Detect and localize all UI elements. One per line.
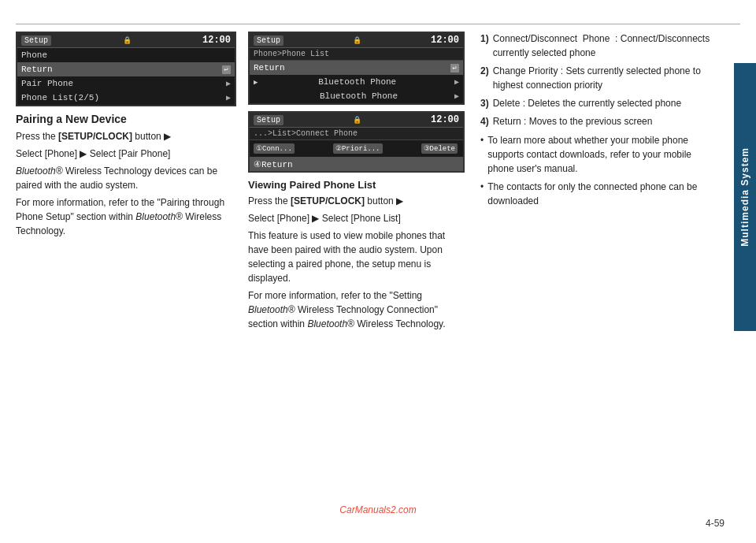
screen3-btn3: ③Delete: [421, 143, 458, 154]
screen2-breadcrumb: Phone>Phone List: [250, 48, 463, 61]
pairing-line2: Select [Phone] ▶ Select [Pair Phone]: [16, 147, 236, 161]
main-content: Setup 🔒 12:00 Phone Return ↩ Pair Phone …: [16, 32, 717, 504]
screen2-clock: 12:00: [431, 35, 459, 46]
bullet-item-2: • The contacts for only the connected ph…: [480, 180, 717, 208]
screen1-mockup: Setup 🔒 12:00 Phone Return ↩ Pair Phone …: [16, 32, 236, 106]
pairing-title: Pairing a New Device: [16, 113, 236, 125]
list-item-3: 3) Delete : Deletes the currently select…: [480, 96, 717, 110]
left-column: Setup 🔒 12:00 Phone Return ↩ Pair Phone …: [16, 32, 236, 241]
list-item-1: 1) Connect/Disconnect Phone : Connect/Di…: [480, 32, 717, 60]
screen3-btn2: ②Priori...: [333, 143, 383, 154]
viewing-line1: Press the [SETUP/CLOCK] button ▶: [248, 194, 465, 208]
viewing-line2: Select [Phone] ▶ Select [Phone List]: [248, 211, 465, 225]
screen3-breadcrumb: ...>List>Connect Phone: [250, 128, 463, 140]
screen1-clock: 12:00: [202, 35, 231, 46]
viewing-section: Viewing Paired Phone List Press the [SET…: [248, 179, 465, 331]
list-item-4: 4) Return : Moves to the previous screen: [480, 114, 717, 128]
screen1-back-arrow: ↩: [222, 65, 231, 74]
screen1-row4: Phone List(2/5) ▶: [17, 91, 235, 105]
bullet-item-1: • To learn more about whether your mobil…: [480, 133, 717, 176]
screen2-row3: Bluetooth Phone ▶: [250, 89, 463, 103]
top-border: [16, 24, 740, 24]
pairing-section: Pairing a New Device Press the [SETUP/CL…: [16, 113, 236, 238]
watermark: CarManuals2.com: [339, 504, 416, 515]
screen3-row-return: ④Return: [250, 157, 463, 171]
screen3-header: Setup 🔒 12:00: [250, 113, 463, 128]
list-item-2: 2) Change Priority : Sets currently sele…: [480, 64, 717, 92]
screen2-row1: Return ↩: [250, 61, 463, 75]
mid-column: Setup 🔒 12:00 Phone>Phone List Return ↩ …: [248, 32, 465, 334]
screen1-setup-label: Setup: [21, 35, 51, 46]
pairing-line1: Press the [SETUP/CLOCK] button ▶: [16, 129, 236, 143]
screen3-setup-label: Setup: [254, 115, 284, 125]
screen2-setup-label: Setup: [254, 35, 284, 46]
screen2-mockup: Setup 🔒 12:00 Phone>Phone List Return ↩ …: [248, 32, 465, 105]
pairing-line3: Bluetooth® Wireless Technology devices c…: [16, 164, 236, 192]
screen2-row2: ▶ Bluetooth Phone ▶: [250, 75, 463, 89]
page-number: 4-59: [706, 518, 724, 529]
screen3-btn1: ①Conn...: [254, 143, 295, 154]
screen1-header: Setup 🔒 12:00: [17, 33, 235, 48]
bullet-list: • To learn more about whether your mobil…: [480, 133, 717, 208]
viewing-title: Viewing Paired Phone List: [248, 179, 465, 191]
pairing-line4: For more information, refer to the "Pair…: [16, 195, 236, 238]
viewing-line4: For more information, refer to the "Sett…: [248, 288, 465, 331]
numbered-list: 1) Connect/Disconnect Phone : Connect/Di…: [480, 32, 717, 128]
screen3-mockup: Setup 🔒 12:00 ...>List>Connect Phone ①Co…: [248, 111, 465, 173]
viewing-line3: This feature is used to view mobile phon…: [248, 229, 465, 285]
sidebar-tab: Multimedia System: [734, 63, 756, 331]
right-column: 1) Connect/Disconnect Phone : Connect/Di…: [480, 32, 717, 212]
screen3-clock: 12:00: [431, 114, 459, 125]
screen2-header: Setup 🔒 12:00: [250, 33, 463, 48]
screen1-row2: Return ↩: [17, 62, 235, 76]
screen1-row1: Phone: [17, 48, 235, 62]
screen1-row3: Pair Phone ▶: [17, 76, 235, 91]
sidebar-tab-label: Multimedia System: [739, 147, 750, 247]
screen3-buttons: ①Conn... ②Priori... ③Delete: [250, 140, 463, 157]
